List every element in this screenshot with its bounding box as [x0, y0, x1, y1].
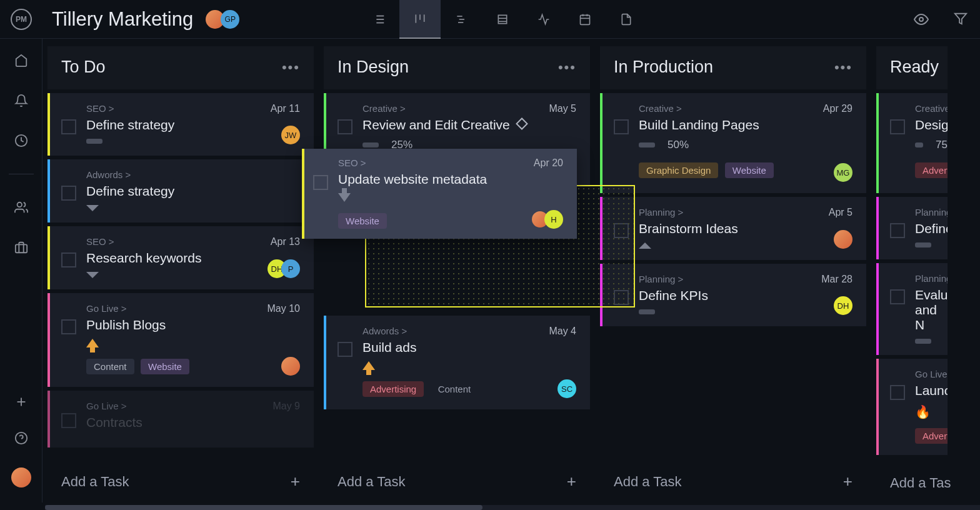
task-card[interactable]: Creative > Build Landing Pages 50% Graph… — [600, 93, 866, 193]
column-title: To Do — [61, 58, 106, 77]
column-header[interactable]: To Do ••• — [48, 46, 314, 89]
assignee-avatar[interactable]: MG — [834, 163, 852, 182]
tag[interactable]: Content — [431, 381, 479, 397]
task-card[interactable]: Adwords > Build ads Advertising Content … — [324, 316, 590, 409]
add-task-button[interactable]: Add a Task + — [48, 461, 314, 502]
task-checkbox[interactable] — [890, 289, 905, 304]
view-table[interactable] — [482, 0, 523, 39]
add-icon[interactable] — [14, 395, 28, 409]
task-checkbox[interactable] — [890, 119, 905, 134]
tag[interactable]: Content — [86, 359, 134, 374]
view-gantt[interactable] — [441, 0, 482, 39]
task-date: Apr 13 — [271, 236, 300, 248]
assignee-avatar[interactable]: DH — [834, 296, 852, 315]
priority-icon — [639, 309, 655, 314]
column-menu-icon[interactable]: ••• — [558, 59, 576, 76]
task-checkbox[interactable] — [338, 119, 352, 134]
tag[interactable]: Adverti — [915, 428, 948, 444]
tag[interactable]: Adverti — [915, 162, 948, 178]
avatar[interactable]: GP — [221, 10, 239, 29]
column-header[interactable]: In Production ••• — [600, 46, 866, 89]
svg-rect-23 — [15, 244, 26, 252]
task-title: Publish Blogs — [86, 318, 261, 332]
team-icon[interactable] — [14, 201, 28, 214]
add-task-button[interactable]: Add a Tas — [876, 464, 948, 502]
column-header[interactable]: In Design ••• — [324, 46, 590, 89]
sidebar — [0, 39, 42, 502]
task-title: Launc — [915, 383, 948, 398]
task-checkbox[interactable] — [614, 119, 629, 134]
tag[interactable]: Website — [338, 213, 387, 229]
column-menu-icon[interactable]: ••• — [282, 59, 300, 76]
task-card[interactable]: Go Live > Publish Blogs Content Website … — [48, 293, 314, 387]
tag[interactable]: Website — [725, 162, 774, 178]
task-checkbox[interactable] — [890, 223, 905, 238]
project-title: Tillery Marketing — [52, 8, 193, 31]
task-checkbox[interactable] — [61, 413, 76, 428]
task-card[interactable]: Planning Evaluaand N — [876, 263, 948, 355]
task-card[interactable]: SEO > Define strategy Apr 11 JW — [48, 93, 314, 156]
assignee-avatar[interactable]: P — [281, 259, 300, 278]
assignee-avatar[interactable]: H — [544, 210, 563, 229]
task-checkbox[interactable] — [338, 342, 352, 357]
tag[interactable]: Advertising — [362, 381, 424, 397]
svg-rect-15 — [581, 15, 590, 24]
column-title: In Production — [614, 58, 713, 77]
task-progress: 50% — [668, 139, 689, 151]
assignee-avatar[interactable] — [834, 230, 852, 249]
pm-logo[interactable]: PM — [11, 9, 32, 30]
user-avatar[interactable] — [11, 468, 31, 488]
view-board[interactable] — [399, 0, 441, 39]
task-checkbox[interactable] — [61, 186, 76, 201]
task-checkbox[interactable] — [61, 119, 76, 134]
task-checkbox[interactable] — [313, 175, 328, 190]
assignee-avatar[interactable]: JW — [281, 126, 300, 144]
column-menu-icon[interactable]: ••• — [834, 59, 852, 76]
task-title: Desig — [915, 118, 948, 132]
view-files[interactable] — [606, 0, 647, 39]
task-progress: 75 — [936, 139, 948, 151]
tag[interactable]: Website — [141, 359, 189, 374]
task-card[interactable]: Creative Desig 75 Adverti — [876, 93, 948, 193]
task-checkbox[interactable] — [890, 385, 905, 400]
task-title: Research keywords — [86, 251, 261, 266]
task-title: Define — [915, 221, 948, 236]
help-icon[interactable] — [14, 431, 28, 445]
task-card[interactable]: Planning > Brainstorm Ideas Apr 5 — [600, 197, 866, 260]
assignee-avatar[interactable]: SC — [558, 379, 576, 398]
task-title: Build Landing Pages — [639, 118, 817, 132]
column-header[interactable]: Ready — [876, 46, 948, 89]
svg-point-19 — [919, 18, 923, 21]
task-card[interactable]: SEO > Research keywords Apr 13 DH P — [48, 226, 314, 289]
project-members[interactable]: GP — [206, 10, 239, 29]
filter-icon[interactable] — [954, 12, 968, 27]
svg-marker-20 — [955, 13, 966, 24]
task-category: SEO > — [338, 158, 524, 168]
task-card[interactable]: Adwords > Define strategy — [48, 159, 314, 222]
home-icon[interactable] — [14, 54, 28, 68]
task-card[interactable]: Go Live Launc 🔥 Adverti — [876, 359, 948, 455]
priority-icon — [86, 139, 102, 144]
task-checkbox[interactable] — [61, 252, 76, 268]
task-category: Planning > — [639, 274, 815, 284]
add-task-button[interactable]: Add a Task + — [324, 461, 590, 502]
tag[interactable]: Graphic Design — [639, 162, 718, 178]
visibility-icon[interactable] — [914, 12, 929, 27]
scrollbar-thumb[interactable] — [45, 505, 482, 510]
view-calendar[interactable] — [564, 0, 606, 39]
task-card[interactable]: Planning Define — [876, 197, 948, 259]
view-activity[interactable] — [523, 0, 564, 39]
task-card[interactable]: Planning > Define KPIs Mar 28 DH — [600, 264, 866, 326]
clock-icon[interactable] — [14, 134, 28, 148]
priority-icon — [639, 142, 655, 148]
view-list[interactable] — [358, 0, 399, 39]
task-checkbox[interactable] — [61, 319, 76, 334]
notifications-icon[interactable] — [14, 94, 28, 108]
task-category: Creative > — [362, 103, 542, 114]
assignee-avatar[interactable] — [281, 357, 300, 376]
task-card[interactable]: Go Live > Contracts May 9 — [48, 391, 314, 448]
briefcase-icon[interactable] — [14, 241, 28, 254]
dragging-card[interactable]: SEO > Update website metadata Website Ap… — [302, 149, 577, 239]
add-task-button[interactable]: Add a Task + — [600, 461, 866, 502]
horizontal-scrollbar[interactable] — [45, 505, 980, 510]
